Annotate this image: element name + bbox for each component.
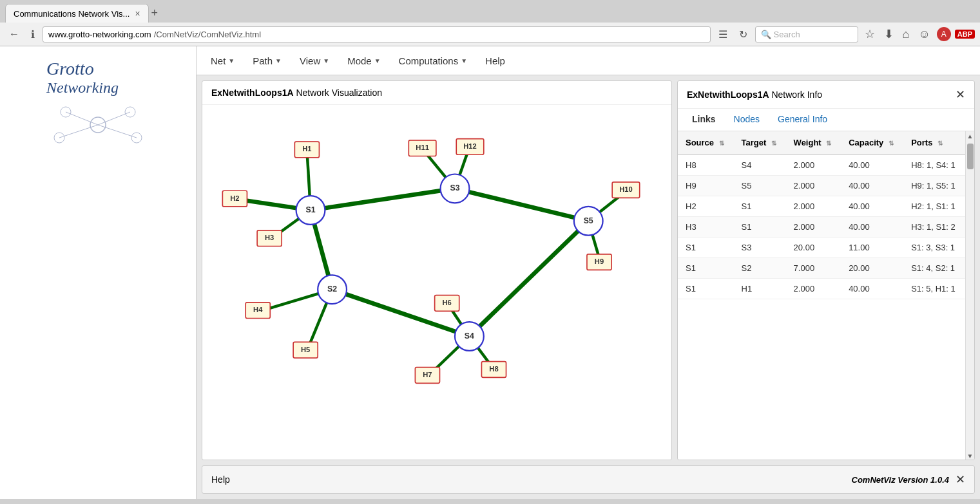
cell-ports: H2: 1, S1: 1 xyxy=(903,196,965,217)
svg-text:H9: H9 xyxy=(595,257,604,265)
svg-text:S2: S2 xyxy=(327,285,337,294)
cell-ports: S1: 3, S3: 1 xyxy=(903,238,965,258)
account-icon[interactable]: A xyxy=(937,27,951,41)
cell-capacity: 40.00 xyxy=(841,154,903,176)
host-h8[interactable]: H8 xyxy=(481,362,506,378)
cell-capacity: 40.00 xyxy=(841,176,903,196)
info-title-bold: ExNetwithLoops1A xyxy=(687,89,769,100)
source-sort[interactable]: ⇅ xyxy=(719,140,724,147)
bookmark-icon[interactable]: ☆ xyxy=(862,26,878,42)
info-panel-title: ExNetwithLoops1A Network Info xyxy=(687,89,822,100)
cell-target: S1 xyxy=(734,196,786,217)
col-capacity[interactable]: Capacity ⇅ xyxy=(841,131,903,154)
cell-capacity: 40.00 xyxy=(841,196,903,217)
ports-sort[interactable]: ⇅ xyxy=(937,140,943,147)
svg-text:H4: H4 xyxy=(253,306,263,313)
cell-weight: 2.000 xyxy=(786,196,841,217)
cell-capacity: 40.00 xyxy=(841,217,903,238)
switch-s4[interactable]: S4 xyxy=(455,322,484,351)
capacity-sort[interactable]: ⇅ xyxy=(889,140,894,147)
col-weight[interactable]: Weight ⇅ xyxy=(786,131,841,154)
cell-target: S3 xyxy=(734,238,786,258)
panels-row: ExNetwithLoops1A Network Visualization xyxy=(197,75,980,465)
host-h1[interactable]: H1 xyxy=(294,142,319,158)
tab-general-info[interactable]: General Info xyxy=(769,109,836,131)
svg-text:H3: H3 xyxy=(265,234,274,241)
info-btn[interactable]: ℹ xyxy=(27,27,39,42)
col-target[interactable]: Target ⇅ xyxy=(734,131,786,154)
download-icon[interactable]: ⬇ xyxy=(881,26,896,42)
menu-mode[interactable]: Mode ▼ xyxy=(340,50,388,71)
tab-title: Communications Network Vis... xyxy=(14,9,130,19)
host-h10[interactable]: H10 xyxy=(612,182,640,198)
url-domain: www.grotto-networking.com xyxy=(48,30,151,39)
main-area: Net ▼ Path ▼ View ▼ Mode ▼ Computations … xyxy=(197,46,980,499)
host-h5[interactable]: H5 xyxy=(293,342,318,358)
version-text: ComNetViz Version 1.0.4 xyxy=(852,475,949,485)
col-source[interactable]: Source ⇅ xyxy=(678,131,734,154)
computations-arrow: ▼ xyxy=(461,57,467,64)
hosts-group: H1 H2 H3 xyxy=(222,139,639,384)
host-h7[interactable]: H7 xyxy=(415,368,439,384)
tab-links[interactable]: Links xyxy=(683,109,725,131)
cell-target: H1 xyxy=(734,279,786,299)
switch-s3[interactable]: S3 xyxy=(441,174,470,203)
cell-target: S4 xyxy=(734,154,786,176)
svg-text:H1: H1 xyxy=(302,145,311,153)
svg-text:H7: H7 xyxy=(423,371,432,378)
switch-s2[interactable]: S2 xyxy=(318,275,347,304)
info-table-container[interactable]: Source ⇅ Target ⇅ Weight xyxy=(678,131,965,460)
tab-nodes[interactable]: Nodes xyxy=(725,109,769,131)
info-title-rest: Network Info xyxy=(769,89,822,100)
url-bar[interactable]: www.grotto-networking.com /ComNetViz/Com… xyxy=(43,26,711,42)
menu-view[interactable]: View ▼ xyxy=(292,50,337,71)
link-s3-s5 xyxy=(455,189,588,221)
logo-decoration xyxy=(46,99,149,151)
host-h6[interactable]: H6 xyxy=(435,295,459,312)
svg-text:S3: S3 xyxy=(450,183,459,192)
svg-text:H8: H8 xyxy=(489,365,498,373)
back-btn[interactable]: ← xyxy=(5,27,23,41)
col-ports[interactable]: Ports ⇅ xyxy=(903,131,965,154)
host-h2[interactable]: H2 xyxy=(222,191,247,207)
abp-icon[interactable]: ABP xyxy=(955,30,975,39)
mode-arrow: ▼ xyxy=(374,57,381,64)
switches-group: S1 S2 S3 xyxy=(296,174,603,351)
menu-computations[interactable]: Computations ▼ xyxy=(391,50,475,71)
host-h11[interactable]: H11 xyxy=(408,140,436,156)
host-h3[interactable]: H3 xyxy=(257,230,282,247)
refresh-btn[interactable]: ↻ xyxy=(735,27,751,42)
search-box[interactable]: 🔍 Search xyxy=(755,26,858,42)
home-icon[interactable]: ⌂ xyxy=(900,26,912,42)
menu-net[interactable]: Net ▼ xyxy=(203,50,242,71)
help-bar: Help ComNetViz Version 1.0.4 ✕ xyxy=(202,465,975,494)
info-panel-close-btn[interactable]: ✕ xyxy=(956,88,965,102)
viz-panel: ExNetwithLoops1A Network Visualization xyxy=(202,80,672,460)
table-row: S1H12.00040.00S1: 5, H1: 1 xyxy=(678,279,965,299)
links-table: Source ⇅ Target ⇅ Weight xyxy=(678,131,965,299)
scroll-down-arrow[interactable]: ▼ xyxy=(967,453,974,460)
cell-capacity: 20.00 xyxy=(841,258,903,279)
weight-sort[interactable]: ⇅ xyxy=(826,140,831,147)
table-row: H8S42.00040.00H8: 1, S4: 1 xyxy=(678,154,965,176)
net-arrow: ▼ xyxy=(228,57,235,64)
target-sort[interactable]: ⇅ xyxy=(771,140,776,147)
menu-help[interactable]: Help xyxy=(477,50,513,71)
scroll-up-arrow[interactable]: ▲ xyxy=(967,133,974,140)
tab-close-btn[interactable]: × xyxy=(135,8,140,19)
switch-s1[interactable]: S1 xyxy=(296,196,325,225)
menu-path[interactable]: Path ▼ xyxy=(245,50,289,71)
host-h12[interactable]: H12 xyxy=(456,139,484,155)
emoji-icon[interactable]: ☺ xyxy=(916,26,932,42)
help-close-btn[interactable]: ✕ xyxy=(956,472,965,487)
active-tab[interactable]: Communications Network Vis... × xyxy=(5,4,149,23)
reader-icon[interactable]: ☰ xyxy=(715,27,731,42)
table-row: H2S12.00040.00H2: 1, S1: 1 xyxy=(678,196,965,217)
new-tab-btn[interactable]: + xyxy=(151,6,159,20)
switch-s5[interactable]: S5 xyxy=(574,207,603,236)
host-h9[interactable]: H9 xyxy=(587,254,611,270)
scroll-thumb[interactable] xyxy=(967,144,974,169)
scrollbar[interactable]: ▲ ▼ xyxy=(965,131,974,460)
cell-source: S1 xyxy=(678,279,734,299)
host-h4[interactable]: H4 xyxy=(245,303,270,319)
